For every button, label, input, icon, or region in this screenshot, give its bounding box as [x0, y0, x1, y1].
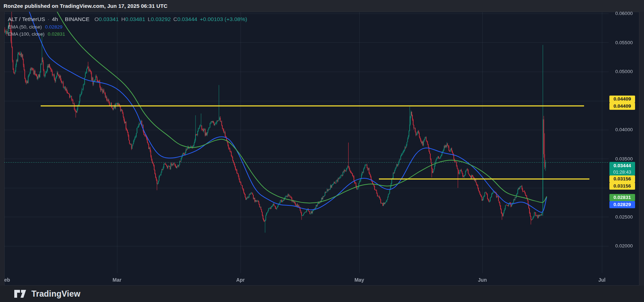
price-tick-label: 0.04000 [609, 127, 639, 133]
tradingview-logo-link[interactable]: TradingView [14, 289, 80, 299]
price-badge: 0.03156 [609, 183, 635, 190]
indicator-legend-rows: EMA (50, close)0.02829EMA (100, close)0.… [8, 25, 247, 37]
time-tick-label: Jun [472, 277, 493, 283]
price-badge: 0.04409 [609, 103, 635, 110]
price-badge: 0.04409 [609, 96, 635, 103]
indicator-legend-row[interactable]: EMA (50, close)0.02829 [8, 25, 247, 30]
indicator-label: EMA (50, close) [8, 25, 42, 30]
indicator-legend-row[interactable]: EMA (100, close)0.02831 [8, 32, 247, 37]
price-badge: 0.02829 [609, 201, 635, 208]
ohlc-values: O0.03341H0.03481L0.03292C0.03444 [92, 16, 197, 22]
publish-title: Ron2ee published on TradingView.com, Jun… [4, 3, 167, 9]
time-tick-label: May [349, 277, 370, 283]
publish-header-bar: Ron2ee published on TradingView.com, Jun… [0, 0, 644, 12]
tradingview-snapshot-page: { "header": { "published_line": "Ron2ee … [0, 0, 644, 302]
time-tick-label: Jul [591, 277, 613, 283]
legend-separator: · [47, 16, 49, 22]
price-tick-label: 0.05500 [609, 40, 639, 46]
price-change: +0.00103 (+3.08%) [200, 16, 247, 22]
footer-bar: TradingView [0, 286, 644, 302]
indicator-value: 0.02829 [45, 25, 62, 30]
ohlc-value: C0.03444 [173, 16, 197, 22]
symbol-name: ALT / TetherUS [8, 16, 45, 22]
price-badge: 0.03156 [609, 175, 635, 183]
tradingview-logo-text: TradingView [31, 289, 80, 299]
price-tick-label: 0.02000 [609, 243, 639, 249]
time-tick-label: Mar [106, 277, 128, 283]
price-tick-label: 0.02500 [609, 214, 639, 220]
symbol-interval: 4h [52, 16, 58, 22]
tradingview-logo-icon [14, 290, 28, 298]
ohlc-value: L0.03292 [148, 16, 171, 22]
price-tick-label: 0.05000 [609, 68, 639, 75]
chart-legend: ALT / TetherUS · 4h · BINANCE O0.03341H0… [8, 16, 247, 37]
price-chart-canvas[interactable] [4, 12, 639, 286]
symbol-legend-row[interactable]: ALT / TetherUS · 4h · BINANCE O0.03341H0… [8, 16, 247, 22]
time-tick-label: eb [0, 277, 18, 283]
price-badge: 0.02831 [609, 194, 635, 201]
price-tick-label: 0.03500 [609, 156, 639, 162]
time-tick-label: Apr [230, 277, 251, 283]
ohlc-value: H0.03481 [121, 16, 145, 22]
indicator-label: EMA (100, close) [8, 32, 45, 37]
current-price-badge: 0.0344401:28:43 [609, 162, 635, 175]
symbol-exchange: BINANCE [65, 16, 90, 22]
legend-separator: · [61, 16, 62, 22]
ohlc-value: O0.03341 [95, 16, 119, 22]
price-tick-label: 0.06000 [609, 10, 639, 17]
indicator-value: 0.02831 [48, 32, 65, 37]
